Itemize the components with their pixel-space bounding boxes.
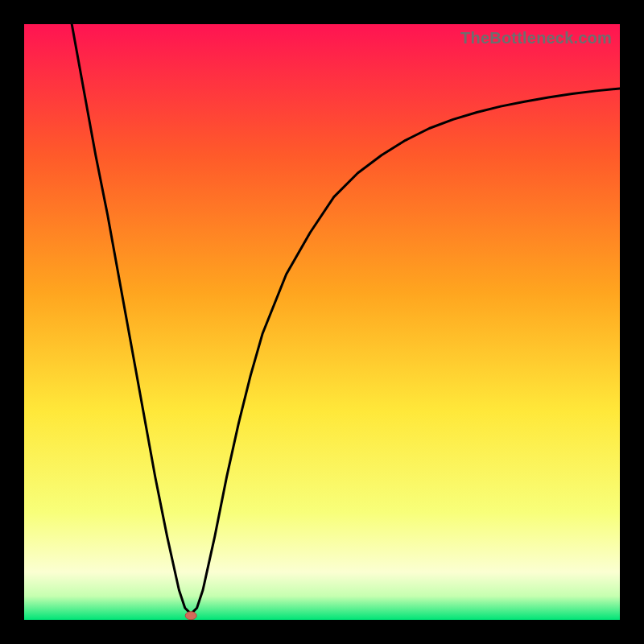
watermark-text: TheBottleneck.com: [460, 29, 612, 47]
gradient-background: [24, 24, 620, 620]
minimum-marker: [185, 612, 196, 620]
chart-frame: TheBottleneck.com: [24, 24, 620, 620]
bottleneck-chart: [24, 24, 620, 620]
